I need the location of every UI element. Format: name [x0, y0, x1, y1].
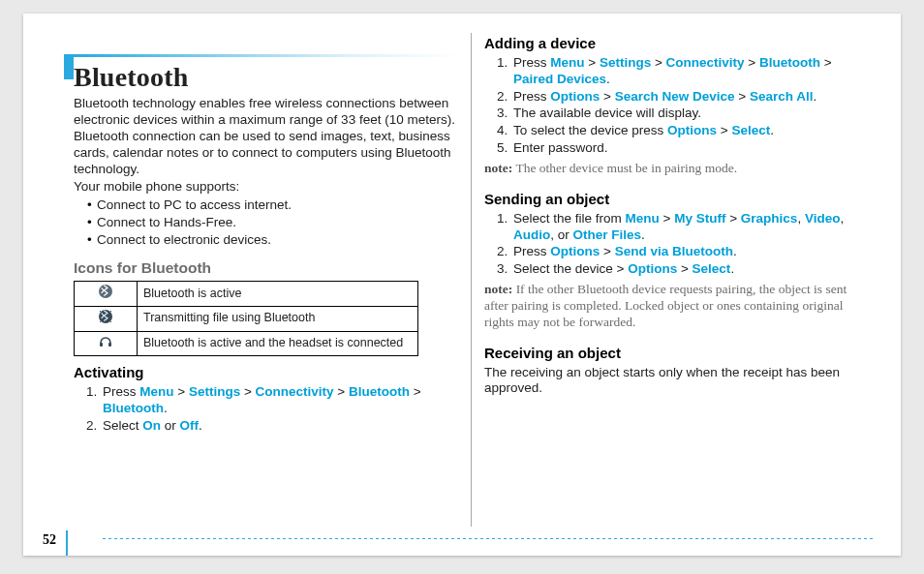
icons-table: Bluetooth is active Transmitting file us…: [74, 281, 418, 356]
left-column: Bluetooth Bluetooth technology enables f…: [74, 29, 459, 530]
icon-desc: Transmitting file using Bluetooth: [138, 306, 418, 331]
note-text: If the other Bluetooth device requests p…: [484, 282, 847, 329]
note-label: note:: [484, 282, 512, 296]
sending-heading: Sending an object: [484, 191, 870, 209]
bluetooth-headset-icon: [98, 334, 113, 349]
heading-accent-bar: [64, 54, 74, 79]
list-item: Connect to Hands-Free.: [87, 215, 459, 231]
table-row: Transmitting file using Bluetooth: [75, 306, 418, 331]
table-row: Bluetooth is active and the headset is c…: [75, 331, 418, 356]
column-divider: [471, 33, 472, 527]
right-column: Adding a device Press Menu > Settings > …: [484, 29, 870, 530]
supports-lead: Your mobile phone supports:: [74, 179, 459, 196]
step-item: Press Options > Search New Device > Sear…: [511, 89, 870, 106]
step-item: Press Menu > Settings > Connectivity > B…: [511, 55, 870, 88]
list-item: Connect to electronic devices.: [87, 232, 459, 249]
step-item: Press Options > Send via Bluetooth.: [511, 244, 870, 260]
page-number: 52: [43, 532, 56, 548]
table-row: Bluetooth is active: [75, 282, 418, 307]
icon-cell: [75, 282, 138, 307]
svg-rect-2: [100, 343, 103, 347]
icon-cell: [75, 306, 138, 331]
activating-steps: Press Menu > Settings > Connectivity > B…: [74, 384, 459, 435]
activating-heading: Activating: [74, 364, 459, 382]
sending-note: note: If the other Bluetooth device requ…: [484, 282, 870, 331]
sending-steps: Select the file from Menu > My Stuff > G…: [484, 211, 870, 279]
page-title: Bluetooth: [74, 60, 459, 94]
icon-desc: Bluetooth is active: [138, 282, 418, 307]
content-area: Bluetooth Bluetooth technology enables f…: [23, 14, 901, 530]
bluetooth-active-icon: [98, 284, 113, 299]
footer-rule: [68, 538, 874, 539]
receiving-heading: Receiving an object: [484, 345, 870, 363]
icon-desc: Bluetooth is active and the headset is c…: [138, 331, 418, 356]
list-item: Connect to PC to access internet.: [87, 197, 459, 214]
svg-rect-3: [108, 343, 111, 347]
note-label: note:: [484, 161, 512, 175]
receiving-text: The receiving an object starts only when…: [484, 365, 870, 398]
manual-page: Bluetooth Bluetooth technology enables f…: [23, 14, 901, 556]
page-footer: 52: [23, 530, 901, 556]
step-item: Press Menu > Settings > Connectivity > B…: [101, 384, 459, 417]
adding-heading: Adding a device: [484, 35, 870, 53]
step-item: The available device will display.: [511, 106, 870, 122]
step-item: To select the device press Options > Sel…: [511, 123, 870, 139]
footer-rule-gap: [68, 530, 103, 556]
adding-note: note: The other device must be in pairin…: [484, 161, 870, 177]
icon-cell: [75, 331, 138, 356]
footer-vert-rule: [66, 530, 68, 556]
adding-steps: Press Menu > Settings > Connectivity > B…: [484, 55, 870, 157]
step-item: Enter password.: [511, 140, 870, 157]
bluetooth-transmit-icon: [98, 309, 113, 324]
step-item: Select the file from Menu > My Stuff > G…: [511, 211, 870, 244]
step-item: Select the device > Options > Select.: [511, 261, 870, 278]
step-item: Select On or Off.: [101, 418, 459, 435]
intro-paragraph: Bluetooth technology enables free wirele…: [74, 96, 459, 177]
note-text: The other device must be in pairing mode…: [512, 161, 737, 175]
icons-heading: Icons for Bluetooth: [74, 258, 459, 277]
supports-list: Connect to PC to access internet. Connec…: [74, 197, 459, 249]
